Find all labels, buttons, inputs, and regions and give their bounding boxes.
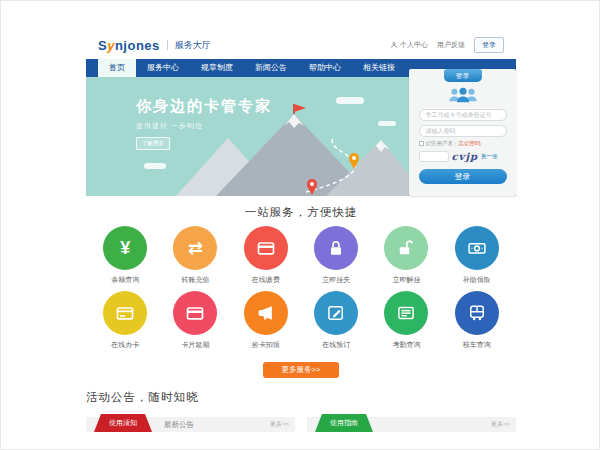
remember-checkbox[interactable]: [419, 141, 424, 146]
hero-cta-button[interactable]: 了解更多: [136, 137, 170, 150]
announcements-title: 活动公告，随时知晓: [86, 390, 516, 405]
service-item-transfer[interactable]: ⇄ 转账充值: [161, 224, 229, 285]
service-item-balance[interactable]: ¥ 余额查询: [91, 224, 159, 285]
nav-item-rules[interactable]: 规章制度: [190, 59, 244, 77]
password-input[interactable]: [419, 125, 507, 137]
panel-header: 使用须知 最新公告 更多>>: [86, 417, 295, 432]
webpage: Synjones 服务大厅 个人中心 用户反馈 登录 首页 服务中心 规章制度 …: [86, 31, 516, 420]
header: Synjones 服务大厅 个人中心 用户反馈 登录: [86, 31, 516, 59]
service-label: 余额查询: [91, 275, 159, 285]
service-circle[interactable]: [314, 291, 358, 335]
service-item-report-loss[interactable]: 立即挂失: [302, 224, 370, 285]
service-label: 校车查询: [443, 340, 511, 350]
tab-usage-guide[interactable]: 使用指南: [315, 414, 373, 432]
more-link[interactable]: 更多>>: [270, 417, 289, 432]
feedback-link[interactable]: 用户反馈: [437, 40, 465, 50]
yen-icon: ¥: [120, 239, 130, 257]
service-label: 立即解挂: [372, 275, 440, 285]
service-circle[interactable]: [173, 291, 217, 335]
logo[interactable]: Synjones: [98, 38, 160, 53]
tab-latest-announcements[interactable]: 最新公告: [164, 417, 194, 432]
site-name: 服务大厅: [175, 39, 211, 52]
more-link[interactable]: 更多>>: [491, 417, 510, 432]
service-item-booking[interactable]: 在线预订: [302, 289, 370, 350]
service-item-subsidy[interactable]: 补助领取: [443, 224, 511, 285]
service-circle[interactable]: [455, 291, 499, 335]
tab-usage-notes[interactable]: 使用须知: [94, 414, 152, 432]
services-title: 一站服务，方便快捷: [86, 205, 516, 220]
panel-header: 使用指南 更多>>: [307, 417, 516, 432]
service-item-payment[interactable]: 在线缴费: [232, 224, 300, 285]
lock-icon: [326, 238, 346, 258]
service-item-unfreeze[interactable]: 立即解挂: [372, 224, 440, 285]
person-icon: [390, 41, 398, 49]
service-item-apply-card[interactable]: 在线办卡: [91, 289, 159, 350]
nav-item-home[interactable]: 首页: [98, 59, 136, 77]
panel-body: [307, 432, 516, 441]
login-panel: 登录 记住用户名 | 忘记密码 cvjp 换一张: [409, 69, 516, 196]
service-label: 在线缴费: [232, 275, 300, 285]
username-input[interactable]: [419, 109, 507, 121]
service-circle[interactable]: [384, 226, 428, 270]
personal-center-link[interactable]: 个人中心: [390, 40, 428, 50]
header-links: 个人中心 用户反馈 登录: [390, 37, 504, 53]
service-circle[interactable]: ¥: [103, 226, 147, 270]
list-icon: [396, 303, 416, 323]
announcement-panels: 使用须知 最新公告 更多>> 使用指南 更多>>: [86, 417, 516, 441]
services-row-1: ¥ 余额查询 ⇄ 转账充值 在线缴费 立即挂失: [86, 224, 516, 285]
more-services-button[interactable]: 更多服务>>: [263, 362, 339, 378]
service-label: 在线办卡: [91, 340, 159, 350]
service-item-attendance[interactable]: 考勤查询: [372, 289, 440, 350]
login-submit-button[interactable]: 登录: [419, 169, 507, 184]
megaphone-icon: [256, 303, 276, 323]
service-label: 转账充值: [161, 275, 229, 285]
service-item-school-bus[interactable]: 校车查询: [443, 289, 511, 350]
logo-accent: y: [107, 38, 115, 53]
remember-row: 记住用户名 | 忘记密码: [419, 140, 507, 147]
login-tab[interactable]: 登录: [444, 69, 482, 82]
edit-icon: [326, 303, 346, 323]
transfer-icon: ⇄: [188, 239, 203, 257]
logo-part: njones: [115, 38, 160, 53]
panel-body: [86, 432, 295, 441]
service-item-found-card[interactable]: 捡卡招领: [232, 289, 300, 350]
captcha-image[interactable]: cvjp: [452, 151, 479, 162]
service-circle[interactable]: [384, 291, 428, 335]
users-group-icon: [445, 86, 481, 105]
service-circle[interactable]: ⇄: [173, 226, 217, 270]
service-circle[interactable]: [103, 291, 147, 335]
services-row-2: 在线办卡 卡片延期 捡卡招领: [86, 289, 516, 350]
cloud: [336, 97, 364, 104]
card-icon: [185, 303, 205, 323]
service-circle[interactable]: [244, 226, 288, 270]
service-label: 补助领取: [443, 275, 511, 285]
unlock-icon: [396, 238, 416, 258]
hero-text: 你身边的卡管专家 提供捷径 一步到位 了解更多: [136, 97, 272, 150]
bus-icon: [467, 303, 487, 323]
service-label: 在线预订: [302, 340, 370, 350]
announcements-section: 活动公告，随时知晓 使用须知 最新公告 更多>> 使用指南 更多>>: [86, 390, 516, 441]
forgot-password-link[interactable]: 忘记密码: [458, 140, 480, 147]
service-label: 卡片延期: [161, 340, 229, 350]
captcha-refresh-link[interactable]: 换一张: [481, 153, 498, 160]
nav-item-service-center[interactable]: 服务中心: [136, 59, 190, 77]
service-circle[interactable]: [455, 226, 499, 270]
nav-item-news[interactable]: 新闻公告: [244, 59, 298, 77]
captcha-input[interactable]: [419, 151, 449, 162]
header-login-button[interactable]: 登录: [474, 37, 504, 53]
announcement-panel-left: 使用须知 最新公告 更多>>: [86, 417, 295, 441]
service-circle[interactable]: [244, 291, 288, 335]
nav-item-help-center[interactable]: 帮助中心: [298, 59, 352, 77]
cloud: [378, 121, 396, 126]
service-label: 考勤查询: [372, 340, 440, 350]
service-label: 捡卡招领: [232, 340, 300, 350]
captcha-row: cvjp 换一张: [419, 151, 507, 162]
announcement-panel-right: 使用指南 更多>>: [307, 417, 516, 441]
service-item-card-extension[interactable]: 卡片延期: [161, 289, 229, 350]
nav-item-links[interactable]: 相关链接: [352, 59, 406, 77]
logo-part: S: [98, 38, 107, 53]
cloud: [144, 163, 166, 169]
hero-banner: 你身边的卡管专家 提供捷径 一步到位 了解更多: [86, 77, 516, 196]
banknote-icon: [467, 238, 487, 258]
service-circle[interactable]: [314, 226, 358, 270]
